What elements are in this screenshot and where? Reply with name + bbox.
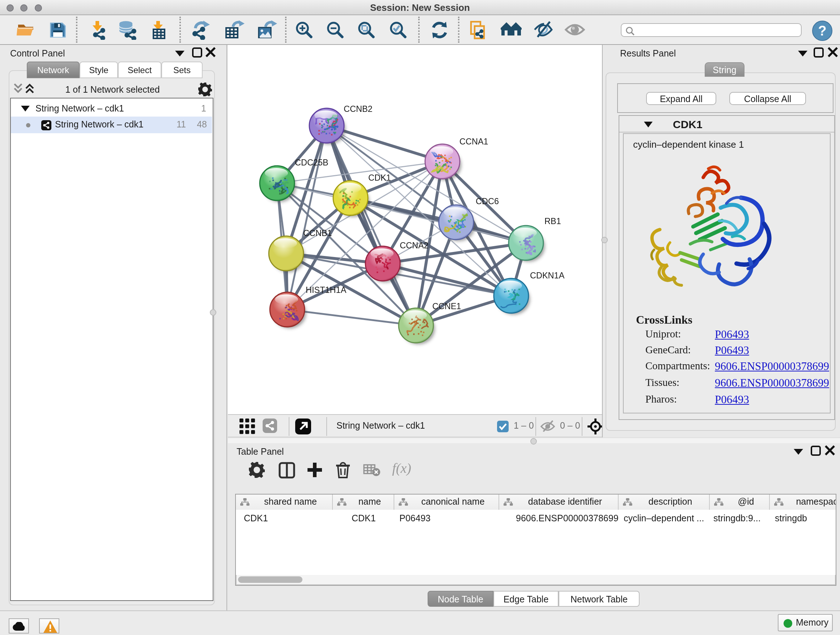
svg-text:CCNB1: CCNB1 xyxy=(303,228,332,238)
svg-text:RB1: RB1 xyxy=(545,217,561,226)
svg-text:CDC25B: CDC25B xyxy=(295,158,328,167)
svg-text:CDK1: CDK1 xyxy=(368,173,391,182)
svg-text:?: ? xyxy=(818,23,826,38)
svg-text:CCNB2: CCNB2 xyxy=(344,104,373,114)
svg-text:CDC6: CDC6 xyxy=(476,196,499,206)
svg-text:CCNE1: CCNE1 xyxy=(432,302,461,311)
svg-text:HIST1H1A: HIST1H1A xyxy=(306,285,347,295)
svg-text:CDKN1A: CDKN1A xyxy=(530,271,565,280)
svg-text:CCNA2: CCNA2 xyxy=(400,241,429,250)
svg-text:CCNA1: CCNA1 xyxy=(459,137,488,146)
